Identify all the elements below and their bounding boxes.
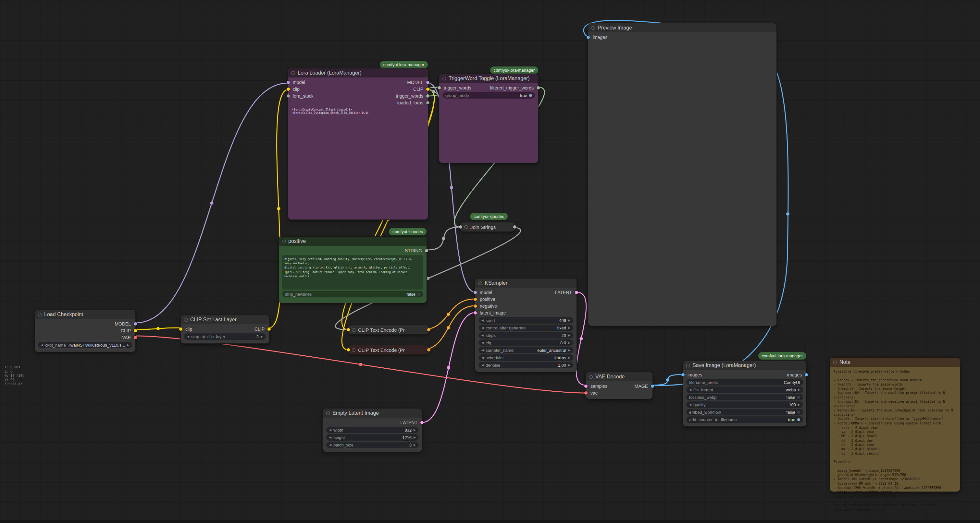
- collapse-icon[interactable]: [833, 361, 837, 364]
- slot-clip-output[interactable]: [426, 87, 430, 91]
- widget-denoise[interactable]: ◀ denoise 1.00 ▶: [479, 362, 573, 368]
- increment-arrow-icon[interactable]: ▶: [261, 335, 263, 338]
- widget-quality[interactable]: ◀ quality 100 ▶: [686, 401, 803, 408]
- node-vae-decode[interactable]: VAE Decode samples IMAGE vae: [586, 372, 652, 399]
- widget-scheduler[interactable]: ◀ scheduler karras ▶: [479, 354, 573, 361]
- widget-cfg[interactable]: ◀ cfg 8.0 ▶: [479, 339, 573, 346]
- node-title-bar[interactable]: VAE Decode: [586, 372, 652, 381]
- node-clip-text-encode-positive[interactable]: CLIP Text Encode (Pr: [348, 325, 429, 334]
- slot-latent-output[interactable]: [575, 291, 578, 294]
- collapse-icon[interactable]: [291, 71, 295, 75]
- slot-images-input[interactable]: [681, 373, 685, 376]
- widget-control-after-generate[interactable]: ◀ control after generate fixed ▶: [479, 325, 573, 331]
- slot-samples-input[interactable]: [584, 385, 587, 388]
- slot-latent-output[interactable]: [420, 421, 424, 424]
- node-empty-latent-image[interactable]: Empty Latent Image LATENT ◀ width 832 ▶ …: [323, 409, 422, 452]
- collapse-icon[interactable]: [479, 281, 482, 285]
- decrement-arrow-icon[interactable]: ◀: [689, 403, 691, 406]
- combo-right-arrow-icon[interactable]: ▶: [568, 349, 570, 352]
- slot-model-input[interactable]: [474, 291, 477, 294]
- collapse-icon[interactable]: [464, 225, 468, 229]
- decrement-arrow-icon[interactable]: ◀: [481, 334, 484, 337]
- combo-left-arrow-icon[interactable]: ◀: [481, 326, 484, 330]
- slot-trigger-words-output[interactable]: [426, 94, 430, 98]
- decrement-arrow-icon[interactable]: ◀: [187, 335, 189, 338]
- slot-vae-output[interactable]: [134, 336, 137, 339]
- slot-conditioning-output[interactable]: [427, 348, 430, 352]
- widget-lossless-webp[interactable]: lossless_webp false: [686, 394, 803, 401]
- widget-width[interactable]: ◀ width 832 ▶: [326, 427, 419, 433]
- widget-strip-newlines[interactable]: strip_newlines false: [282, 291, 423, 297]
- node-positive-prompt[interactable]: positive STRING highres, very detailed, …: [279, 237, 426, 303]
- slot-clip-input[interactable]: [347, 328, 350, 331]
- slot-string-output[interactable]: [513, 225, 517, 228]
- slot-model-input[interactable]: [286, 81, 290, 84]
- slot-model-output[interactable]: [426, 81, 430, 84]
- slot-lora-stack-input[interactable]: [286, 94, 290, 98]
- widget-batch-size[interactable]: ◀ batch_size 3 ▶: [326, 442, 419, 448]
- node-title-bar[interactable]: KSampler: [475, 279, 576, 288]
- node-lora-loader[interactable]: Lora Loader (LoraManager) model MODEL cl…: [288, 68, 428, 220]
- collapse-icon[interactable]: [686, 364, 690, 368]
- widget-steps[interactable]: ◀ steps 20 ▶: [479, 332, 573, 339]
- increment-arrow-icon[interactable]: ▶: [414, 443, 416, 447]
- slot-strings-input[interactable]: [459, 225, 462, 228]
- widget-add-counter-to-filename[interactable]: add_counter_to_filename true: [686, 416, 803, 423]
- decrement-arrow-icon[interactable]: ◀: [481, 341, 484, 344]
- node-title-bar[interactable]: Lora Loader (LoraManager): [288, 68, 428, 78]
- collapse-icon[interactable]: [352, 348, 355, 352]
- widget-ckpt-name[interactable]: ◀ ckpt_name ilwaiNSFWIllustrious_v110.s.…: [38, 342, 132, 348]
- combo-right-arrow-icon[interactable]: ▶: [568, 356, 570, 359]
- collapse-icon[interactable]: [352, 328, 355, 332]
- combo-left-arrow-icon[interactable]: ◀: [481, 356, 484, 359]
- slot-string-output[interactable]: [425, 249, 428, 252]
- node-title-bar[interactable]: Save Image (LoraManager): [683, 361, 807, 370]
- collapse-icon[interactable]: [326, 412, 330, 415]
- lora-syntax-text[interactable]: <lora:CreateConcept_Illustrious:0.8> <lo…: [292, 108, 424, 114]
- collapse-icon[interactable]: [282, 239, 286, 243]
- widget-filename-prefix[interactable]: filename_prefix ComfyUI: [686, 379, 803, 385]
- combo-left-arrow-icon[interactable]: ◀: [41, 343, 43, 347]
- increment-arrow-icon[interactable]: ▶: [568, 334, 570, 337]
- node-title-bar[interactable]: TriggerWord Toggle (LoraManager): [439, 74, 538, 83]
- node-join-strings[interactable]: Join Strings: [461, 222, 515, 231]
- slot-conditioning-output[interactable]: [427, 328, 430, 331]
- slot-clip-output[interactable]: [134, 329, 137, 332]
- slot-filtered-trigger-words-output[interactable]: [536, 86, 540, 89]
- node-ksampler[interactable]: KSampler model LATENT positive negative …: [475, 279, 576, 372]
- widget-group-mode[interactable]: group_mode true: [442, 92, 535, 98]
- increment-arrow-icon[interactable]: ▶: [568, 363, 570, 367]
- node-triggerword-toggle[interactable]: TriggerWord Toggle (LoraManager) trigger…: [439, 74, 538, 163]
- combo-right-arrow-icon[interactable]: ▶: [568, 326, 570, 330]
- node-title-bar[interactable]: Note: [830, 358, 960, 367]
- increment-arrow-icon[interactable]: ▶: [414, 436, 416, 439]
- widget-seed[interactable]: ◀ seed 409 ▶: [479, 317, 573, 323]
- node-save-image[interactable]: Save Image (LoraManager) images images f…: [683, 361, 807, 426]
- collapse-icon[interactable]: [184, 318, 188, 322]
- widget-file-format[interactable]: ◀ file_format webp ▶: [686, 387, 803, 393]
- slot-model-output[interactable]: [134, 322, 137, 325]
- note-text[interactable]: Available filename_prefix Pattern Codes …: [830, 367, 960, 514]
- slot-latent-image-input[interactable]: [474, 311, 477, 314]
- widget-height[interactable]: ◀ height 1216 ▶: [326, 434, 419, 441]
- slot-trigger-words-input[interactable]: [438, 86, 441, 89]
- node-title-bar[interactable]: Preview Image: [588, 23, 776, 32]
- increment-arrow-icon[interactable]: ▶: [568, 319, 570, 322]
- node-title-bar[interactable]: Empty Latent Image: [323, 409, 422, 418]
- widget-sampler-name[interactable]: ◀ sampler_name euler_ancestral ▶: [479, 347, 573, 353]
- collapse-icon[interactable]: [592, 26, 595, 30]
- widget-embed-workflow[interactable]: embed_workflow false: [686, 409, 803, 415]
- slot-clip-output[interactable]: [267, 328, 271, 331]
- decrement-arrow-icon[interactable]: ◀: [329, 428, 331, 431]
- slot-clip-input[interactable]: [179, 328, 183, 331]
- slot-images-input[interactable]: [587, 36, 590, 39]
- widget-stop-at-clip-layer[interactable]: ◀ stop_at_clip_layer -2 ▶: [184, 333, 266, 340]
- increment-arrow-icon[interactable]: ▶: [568, 341, 570, 344]
- slot-image-output[interactable]: [651, 385, 654, 388]
- slot-vae-input[interactable]: [584, 391, 587, 395]
- node-title-bar[interactable]: positive: [279, 237, 426, 246]
- collapse-icon[interactable]: [442, 77, 446, 81]
- decrement-arrow-icon[interactable]: ◀: [481, 363, 484, 367]
- decrement-arrow-icon[interactable]: ◀: [481, 319, 484, 322]
- collapse-icon[interactable]: [589, 375, 593, 379]
